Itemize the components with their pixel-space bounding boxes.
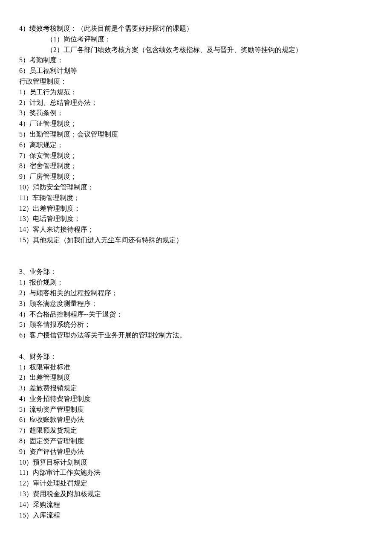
text-line: 13）费用税金及附加核规定 xyxy=(19,489,373,500)
text-line: 1）报价规则； xyxy=(19,277,373,288)
text-line: 9）资产评估管理办法 xyxy=(19,447,373,457)
text-line: 4）厂证管理制度； xyxy=(19,119,373,129)
text-line: 6）员工福利计划等 xyxy=(19,66,373,76)
text-line: 4、财务部： xyxy=(19,352,373,362)
blank-line xyxy=(19,341,373,352)
text-line: 14）采购流程 xyxy=(19,500,373,510)
text-line: 9）厂房管理制度； xyxy=(19,171,373,182)
text-line: 6）应收账款管理办法 xyxy=(19,415,373,425)
text-line: 3、业务部： xyxy=(19,267,373,277)
text-line: 6）客户授信管理办法等关于业务开展的管理控制方法。 xyxy=(19,330,373,341)
text-line: 3）奖罚条例； xyxy=(19,108,373,119)
text-line: 3）顾客满意度测量程序； xyxy=(19,299,373,309)
text-line: 7）保安管理制度； xyxy=(19,151,373,161)
text-line: 11）内部审计工作实施办法 xyxy=(19,468,373,478)
text-line: 1）权限审批标准 xyxy=(19,362,373,373)
text-line: 5）出勤管理制度；会议管理制度 xyxy=(19,129,373,140)
text-line: 8）宿舍管理制度； xyxy=(19,161,373,171)
text-line: 2）计划、总结管理办法； xyxy=(19,98,373,108)
blank-line xyxy=(19,256,373,267)
text-line: 15）其他规定（如我们进入无尘车间还有特殊的规定） xyxy=(19,235,373,246)
text-line: 15）入库流程 xyxy=(19,510,373,521)
text-line: 12）出差管理制度； xyxy=(19,203,373,214)
text-line: 6）离职规定； xyxy=(19,140,373,151)
text-line: （2）工厂各部门绩效考核方案（包含绩效考核指标、及与晋升、奖励等挂钩的规定） xyxy=(19,45,373,55)
document-body: 4）绩效考核制度：（此块目前是个需要好好探讨的课题）（1）岗位考评制度；（2）工… xyxy=(19,23,373,520)
text-line: 10）预算目标计划制度 xyxy=(19,457,373,468)
text-line: 5）流动资产管理制度 xyxy=(19,404,373,415)
blank-line xyxy=(19,246,373,256)
text-line: 2）与顾客相关的过程控制程序； xyxy=(19,288,373,299)
text-line: 5）考勤制度； xyxy=(19,55,373,66)
text-line: 4）绩效考核制度：（此块目前是个需要好好探讨的课题） xyxy=(19,23,373,34)
text-line: 2）出差管理制度 xyxy=(19,372,373,383)
text-line: 14）客人来访接待程序； xyxy=(19,224,373,235)
text-line: 1）员工行为规范； xyxy=(19,87,373,98)
text-line: 4）不合格品控制程序--关于退货； xyxy=(19,309,373,320)
text-line: 7）超限额发货规定 xyxy=(19,425,373,436)
text-line: 3）差旅费报销规定 xyxy=(19,383,373,394)
text-line: 行政管理制度： xyxy=(19,76,373,87)
text-line: 13）电话管理制度； xyxy=(19,214,373,224)
text-line: （1）岗位考评制度； xyxy=(19,34,373,45)
text-line: 4）业务招待费管理制度 xyxy=(19,394,373,404)
text-line: 12）审计处理处罚规定 xyxy=(19,478,373,489)
text-line: 10）消防安全管理制度； xyxy=(19,182,373,193)
text-line: 5）顾客情报系统分析； xyxy=(19,320,373,330)
text-line: 11）车辆管理制度； xyxy=(19,193,373,203)
text-line: 8）固定资产管理制度 xyxy=(19,436,373,447)
